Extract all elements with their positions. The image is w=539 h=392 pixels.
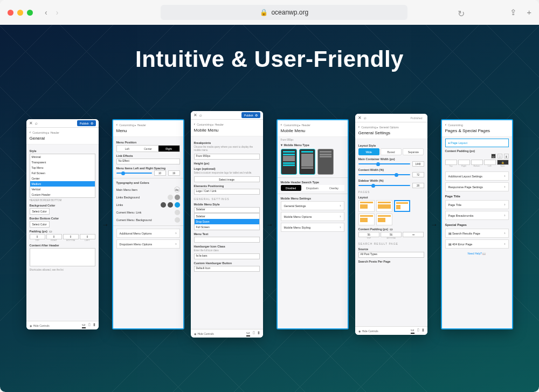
- after-header-textarea[interactable]: [30, 248, 95, 266]
- back-icon[interactable]: ‹: [281, 122, 282, 127]
- mm-styling-row[interactable]: Mobile Menu Styling›: [281, 223, 344, 232]
- elements-pos-select[interactable]: Logo / Cart / Link: [194, 189, 260, 195]
- tablet-icon[interactable]: ▯: [417, 328, 419, 334]
- logo-label: Logo (optional): [194, 167, 260, 170]
- hide-controls-button[interactable]: ◉Hide Controls: [358, 329, 378, 333]
- cp-inputs[interactable]: 5656⇔: [358, 232, 424, 237]
- gear-icon[interactable]: ⚙: [255, 113, 258, 117]
- share-icon[interactable]: ⇪: [510, 8, 517, 17]
- menu-position-segment[interactable]: LeftCenterRight: [116, 145, 180, 152]
- mobile-icon[interactable]: ▮: [258, 331, 260, 336]
- mm-style-dropdown[interactable]: Sidebar Drop Down Full Screen: [194, 213, 260, 230]
- chevron-right-icon: ›: [175, 231, 176, 235]
- back-icon[interactable]: ‹: [45, 8, 47, 17]
- maximize-icon[interactable]: [27, 10, 33, 16]
- mobile-icon[interactable]: ▮: [504, 154, 509, 159]
- error-page-row[interactable]: ▤ 404 Error Page›: [445, 239, 509, 249]
- need-help-link[interactable]: Need Help? 📖: [445, 252, 509, 255]
- tablet-icon[interactable]: ▯: [253, 331, 255, 336]
- panel-header-general: ✕ ⌕ Publish⚙ ‹Customizing ▸ Header Gener…: [26, 119, 99, 329]
- mm-options-row[interactable]: Mobile Menu Options›: [281, 212, 344, 221]
- publish-button[interactable]: Publish⚙: [241, 112, 260, 118]
- forward-icon[interactable]: ›: [56, 8, 59, 17]
- select-image-button[interactable]: Select image: [194, 176, 260, 182]
- border-color-button[interactable]: Select Color: [30, 221, 50, 228]
- general-settings-row[interactable]: General Settings›: [281, 201, 344, 210]
- style-dropdown[interactable]: Minimal Transparent Top Menu Full Screen…: [30, 154, 95, 198]
- back-icon[interactable]: ‹: [116, 122, 118, 127]
- panel-header-menu: ‹Customizing ▸ Header Menu Menu Position…: [112, 119, 184, 329]
- additional-menu-button[interactable]: Additional Menu Options›: [116, 229, 180, 238]
- close-icon[interactable]: ✕: [29, 121, 33, 126]
- breakpoints-select[interactable]: From 959px: [194, 154, 260, 160]
- panel-group-1: ✕ ⌕ Publish⚙ ‹Customizing ▸ Header Gener…: [26, 111, 184, 338]
- menu-text-input[interactable]: [194, 237, 260, 243]
- hide-controls-button[interactable]: ◉Hide Controls: [194, 332, 214, 335]
- page-title-row[interactable]: Page Title›: [445, 200, 509, 209]
- links-bg-label: Links Background: [116, 196, 140, 199]
- desktop-icon[interactable]: ▭: [82, 322, 86, 328]
- search-results-row[interactable]: ▤ Search Results Page›: [445, 229, 509, 238]
- sidebar-width-label: Sidebar Width (%): [358, 179, 424, 182]
- close-icon[interactable]: ✕: [194, 113, 197, 118]
- chevron-right-icon: ›: [340, 225, 341, 229]
- desktop-icon[interactable]: ▭: [246, 331, 250, 336]
- mobile-icon[interactable]: ▮: [93, 322, 95, 328]
- back-icon[interactable]: ‹: [445, 122, 447, 127]
- page-layout-row[interactable]: ▸ Page Layout: [445, 139, 509, 147]
- add-layout-row[interactable]: Additional Layout Settings›: [445, 171, 509, 181]
- close-icon[interactable]: ✕: [358, 115, 362, 120]
- panel-mobile-menu-type: ‹Customizing ▸ Header Mobile Menu From 9…: [277, 119, 349, 329]
- back-icon[interactable]: ‹: [358, 125, 360, 129]
- search-icon[interactable]: ⌕: [199, 113, 202, 118]
- close-icon[interactable]: [8, 10, 13, 16]
- mm-style-select[interactable]: Sidebar: [194, 207, 260, 213]
- layout-options[interactable]: [358, 200, 424, 225]
- search-type-segment[interactable]: Disabled Dropdown Overlay: [281, 185, 344, 191]
- hide-controls-button[interactable]: ◉Hide Controls: [30, 324, 50, 327]
- srp-section: SEARCH RESULT PAGE: [358, 242, 424, 245]
- desktop-icon[interactable]: ▭: [411, 328, 414, 334]
- panel-mobile-menu-settings: ✕ ⌕ Publish⚙ ‹Customizing ▸ Header Mobil…: [191, 111, 263, 338]
- desktop-icon[interactable]: ▭: [491, 154, 496, 159]
- bg-color-button[interactable]: Select Color: [30, 208, 50, 215]
- mm-type-label: Mobile Menu Type: [284, 143, 309, 147]
- back-icon[interactable]: ‹: [30, 130, 31, 135]
- chevron-right-icon: ›: [504, 242, 505, 246]
- dropdown-menu-button[interactable]: Dropdown Menu Options›: [116, 239, 180, 249]
- font-icon[interactable]: Aa: [174, 187, 180, 192]
- tablet-icon[interactable]: ▯: [497, 154, 502, 159]
- panel-title: Mobile Menu: [281, 128, 344, 133]
- mm-type-options[interactable]: [281, 149, 344, 175]
- mobile-icon[interactable]: ▮: [422, 328, 424, 334]
- custom-btn-label: Custom Hamburger Button: [194, 262, 260, 265]
- cp-inputs[interactable]: 🔒: [445, 160, 509, 165]
- gear-icon[interactable]: ⚙: [91, 121, 93, 125]
- content-width-label: Content Width (%): [358, 168, 424, 171]
- spp-label: Search Posts Per Page: [358, 260, 424, 263]
- tablet-icon[interactable]: ▯: [88, 322, 91, 328]
- breadcrumbs-row[interactable]: Page Breadcrumbs›: [445, 211, 509, 220]
- resp-settings-row[interactable]: Responsive Page Settings›: [445, 182, 509, 191]
- chevron-down-icon[interactable]: ▾: [281, 143, 282, 147]
- publish-button[interactable]: Publish⚙: [77, 120, 95, 126]
- eye-icon: ◉: [194, 332, 196, 335]
- hamburger-input[interactable]: fa fa-bars: [194, 253, 260, 259]
- source-select[interactable]: All Post Types: [358, 252, 424, 258]
- after-header-label: Content After Header: [30, 244, 95, 247]
- search-icon[interactable]: ⌕: [364, 115, 367, 120]
- layout-style-segment[interactable]: WideBoxedSeparate: [358, 148, 424, 155]
- padding-inputs[interactable]: 0000: [30, 234, 95, 239]
- address-bar[interactable]: 🔒 oceanwp.org: [161, 5, 407, 20]
- back-icon[interactable]: ‹: [194, 122, 196, 127]
- search-icon[interactable]: ⌕: [35, 121, 38, 126]
- eye-icon: ◉: [30, 324, 32, 327]
- reload-icon[interactable]: ↻: [458, 9, 465, 19]
- desktop-icon[interactable]: ▭: [390, 228, 393, 231]
- link-effects-select[interactable]: No Effect: [116, 159, 180, 164]
- custom-btn-select[interactable]: Default Icon: [194, 266, 260, 272]
- new-tab-icon[interactable]: +: [527, 8, 531, 17]
- arrow-icon: →: [431, 221, 438, 229]
- desktop-icon[interactable]: ▭: [49, 230, 52, 233]
- minimize-icon[interactable]: [17, 10, 23, 16]
